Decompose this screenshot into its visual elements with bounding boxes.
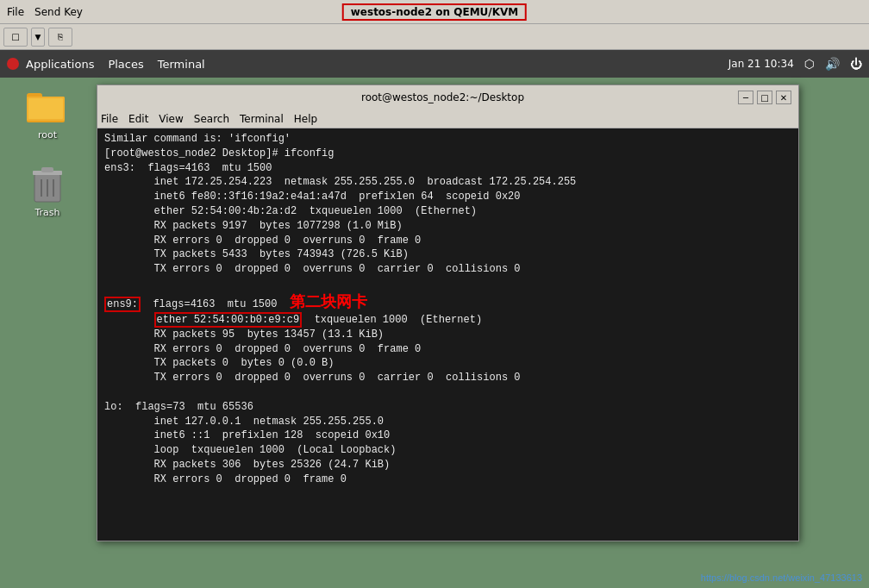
panel-left: Applications Places Terminal: [7, 58, 205, 71]
panel-places-label[interactable]: Places: [108, 58, 143, 71]
desktop-area: root Trash root@westos_node2:~/Desktop ─…: [0, 78, 869, 588]
terminal-menu-edit[interactable]: Edit: [128, 113, 148, 125]
terminal-title: root@westos_node2:~/Desktop: [147, 91, 738, 103]
terminal-menu-view[interactable]: View: [159, 113, 183, 125]
taskbar: □ ▼ ⎘: [0, 24, 869, 50]
taskbar-btn-3[interactable]: ⎘: [48, 28, 72, 47]
terminal-maximize-btn[interactable]: □: [757, 91, 772, 104]
applications-label[interactable]: Applications: [26, 58, 94, 71]
desktop-icon-root[interactable]: root: [17, 86, 78, 141]
terminal-menu-search[interactable]: Search: [194, 113, 229, 125]
terminal-close-btn[interactable]: ✕: [776, 91, 791, 104]
terminal-minimize-btn[interactable]: ─: [738, 91, 753, 104]
terminal-menubar: File Edit View Search Terminal Help: [97, 109, 798, 128]
desktop-icon-trash[interactable]: Trash: [17, 164, 78, 218]
panel-applications[interactable]: Applications: [7, 58, 94, 71]
terminal-menu-file[interactable]: File: [101, 113, 118, 125]
panel-datetime: Jan 21 10:34: [728, 58, 794, 70]
taskbar-btn-1[interactable]: □: [3, 28, 28, 47]
power-icon[interactable]: ⏻: [850, 57, 862, 71]
qemu-top-bar: File Send Key westos-node2 on QEMU/KVM: [0, 0, 869, 24]
qemu-menu[interactable]: File Send Key: [7, 6, 83, 18]
terminal-content[interactable]: Similar command is: 'ifconfig' [root@wes…: [97, 128, 798, 541]
svg-rect-6: [41, 167, 53, 172]
terminal-titlebar: root@westos_node2:~/Desktop ─ □ ✕: [97, 85, 798, 109]
panel-terminal-label[interactable]: Terminal: [158, 58, 205, 71]
qemu-window-title: westos-node2 on QEMU/KVM: [342, 3, 527, 21]
menu-file[interactable]: File: [7, 6, 24, 18]
menu-sendkey[interactable]: Send Key: [34, 6, 83, 18]
desktop-panel: Applications Places Terminal Jan 21 10:3…: [0, 50, 869, 78]
trash-icon-label: Trash: [34, 207, 59, 218]
chinese-annotation: 第二块网卡: [290, 293, 367, 310]
apps-dot-icon: [7, 58, 19, 70]
root-icon-label: root: [38, 129, 57, 141]
root-folder-icon: [27, 86, 68, 128]
network-icon[interactable]: ⬡: [804, 57, 815, 71]
svg-rect-3: [28, 98, 63, 119]
url-watermark: https://blog.csdn.net/weixin_47133613: [701, 572, 862, 583]
terminal-menu-terminal[interactable]: Terminal: [240, 113, 284, 125]
terminal-menu-help[interactable]: Help: [294, 113, 317, 125]
taskbar-btn-2[interactable]: ▼: [31, 28, 45, 47]
volume-icon[interactable]: 🔊: [825, 57, 840, 71]
terminal-window: root@westos_node2:~/Desktop ─ □ ✕ File E…: [97, 84, 799, 541]
trash-icon: [27, 164, 68, 205]
panel-right: Jan 21 10:34 ⬡ 🔊 ⏻: [728, 57, 862, 71]
terminal-controls: ─ □ ✕: [738, 91, 791, 104]
